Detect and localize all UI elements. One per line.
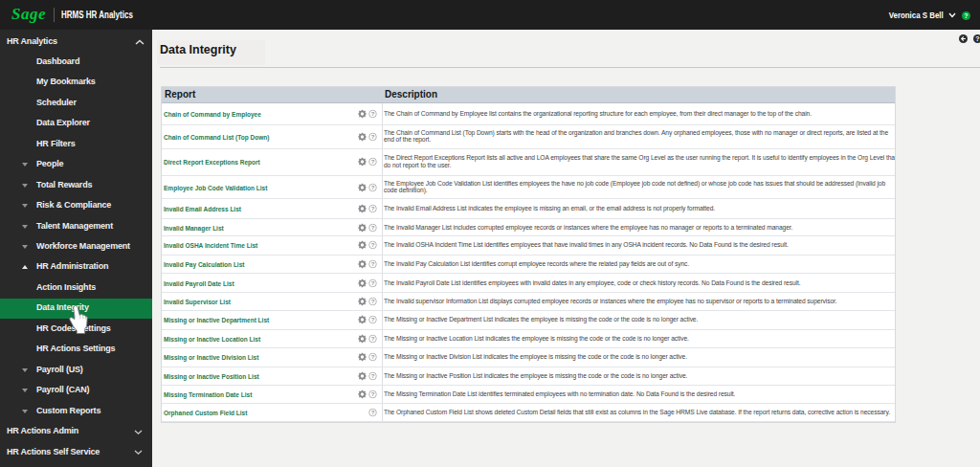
svg-text:?: ? [371,410,375,415]
svg-text:?: ? [371,225,375,231]
svg-text:?: ? [371,391,375,397]
svg-text:?: ? [371,111,375,117]
svg-text:?: ? [371,206,375,211]
svg-text:?: ? [371,280,375,286]
svg-text:?: ? [371,336,375,342]
svg-text:?: ? [371,185,375,190]
svg-text:?: ? [371,134,375,140]
svg-text:?: ? [371,261,375,267]
svg-text:?: ? [371,159,375,165]
svg-text:?: ? [371,242,375,248]
svg-text:?: ? [371,354,375,360]
svg-text:?: ? [371,317,375,322]
svg-text:?: ? [371,299,375,304]
svg-text:?: ? [371,373,375,379]
